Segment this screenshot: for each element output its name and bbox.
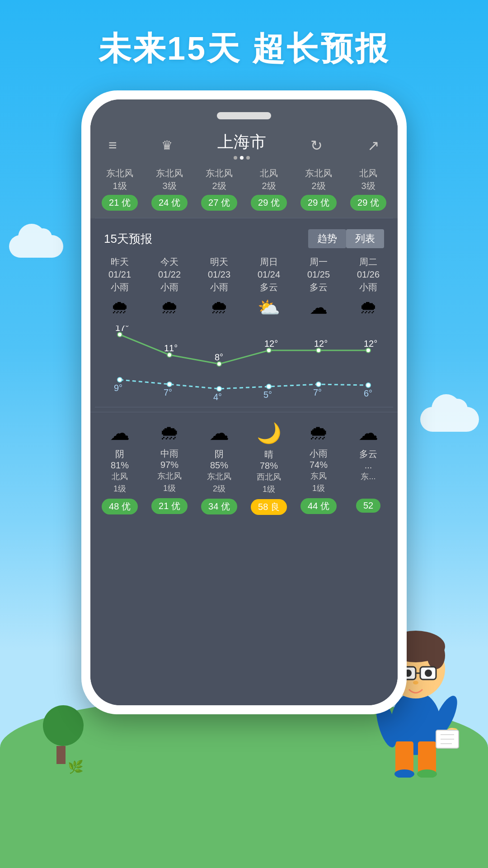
day-col-2: 今天01/22小雨 🌧 xyxy=(145,255,194,322)
forecast-tabs: 趋势 列表 xyxy=(308,229,384,248)
day-label-5: 周一01/25多云 xyxy=(294,255,343,293)
detail-type-5: 小雨 xyxy=(294,448,343,460)
detail-col-6: ☁ 多云 ... 东... 52 xyxy=(343,421,393,515)
temperature-chart: 17° 11° 8° 12° 12° 12° 9° 7° 4° 5° 7° 6° xyxy=(95,326,393,407)
tree-top xyxy=(43,705,84,746)
badge-1: 21 优 xyxy=(102,195,138,211)
wind-4: 北风2级 xyxy=(244,167,294,192)
detail-col-3: ☁ 阴 85% 东北风2级 34 优 xyxy=(194,421,244,515)
day-label-4: 周日01/24多云 xyxy=(244,255,294,293)
detail-type-6: 多云 xyxy=(343,448,393,460)
svg-point-31 xyxy=(267,384,271,389)
day-label-6: 周二01/26小雨 xyxy=(343,255,393,293)
detail-icon-6: ☁ xyxy=(343,421,393,444)
detail-badge-3: 34 优 xyxy=(201,499,237,514)
wind-5: 东北风2级 xyxy=(294,167,343,192)
tab-trend[interactable]: 趋势 xyxy=(308,229,346,248)
top-bar-center: 上海市 xyxy=(217,131,266,160)
svg-point-33 xyxy=(366,383,371,387)
svg-point-22 xyxy=(117,332,122,337)
svg-text:6°: 6° xyxy=(364,388,372,398)
detail-wind-6: 东... xyxy=(343,471,393,495)
badge-3: 27 优 xyxy=(201,195,237,211)
cloud-left xyxy=(9,235,63,258)
detail-humidity-5: 74% xyxy=(294,460,343,470)
share-icon[interactable]: ↗ xyxy=(367,137,380,154)
day-col-3: 明天01/23小雨 🌧 xyxy=(194,255,244,322)
svg-text:12°: 12° xyxy=(364,339,377,349)
air-col-1: 东北风1级 21 优 xyxy=(95,167,145,211)
forecast-section: 15天预报 趋势 列表 昨天01/21小雨 🌧 今天01/22小雨 🌧 xyxy=(90,218,398,705)
air-col-6: 北风3级 29 优 xyxy=(343,167,393,211)
separator-2 xyxy=(95,407,393,407)
detail-wind-1: 北风1级 xyxy=(95,471,145,495)
detail-icon-3: ☁ xyxy=(194,421,244,444)
svg-text:11°: 11° xyxy=(164,343,178,353)
svg-point-27 xyxy=(366,348,371,353)
dot-2 xyxy=(240,156,244,160)
detail-humidity-3: 85% xyxy=(194,460,244,471)
chart-svg: 17° 11° 8° 12° 12° 12° 9° 7° 4° 5° 7° 6° xyxy=(95,326,393,407)
menu-icon[interactable]: ≡ xyxy=(108,137,117,154)
detail-wind-2: 东北风1级 xyxy=(145,470,194,495)
forecast-title: 15天预报 xyxy=(104,231,152,247)
svg-text:7°: 7° xyxy=(313,387,322,397)
svg-text:8°: 8° xyxy=(215,352,223,362)
phone-frame: ≡ ♛ 上海市 ↻ ↗ 东北风1级 21 优 xyxy=(81,90,407,714)
detail-wind-5: 东风1级 xyxy=(294,470,343,495)
tree-trunk xyxy=(56,746,66,764)
day-col-1: 昨天01/21小雨 🌧 xyxy=(95,255,145,322)
weather-icon-2: 🌧 xyxy=(145,297,194,317)
badge-6: 29 优 xyxy=(350,195,386,211)
svg-point-9 xyxy=(413,681,418,684)
dot-3 xyxy=(246,156,250,160)
refresh-icon[interactable]: ↻ xyxy=(310,137,323,154)
day-col-6: 周二01/26小雨 🌧 xyxy=(343,255,393,322)
air-col-3: 东北风2级 27 优 xyxy=(194,167,244,211)
air-quality-row: 东北风1级 21 优 东北风3级 24 优 东北风2级 27 优 北风2级 29… xyxy=(90,167,398,218)
main-title: 未来15天 超长预报 xyxy=(0,27,488,71)
svg-text:17°: 17° xyxy=(115,326,129,333)
badge-5: 29 优 xyxy=(300,195,337,211)
air-col-5: 东北风2级 29 优 xyxy=(294,167,343,211)
detail-wind-4: 西北风1级 xyxy=(244,471,294,495)
wind-3: 东北风2级 xyxy=(194,167,244,192)
weather-icon-5: ☁ xyxy=(294,297,343,318)
city-name: 上海市 xyxy=(217,131,266,153)
svg-point-28 xyxy=(117,377,122,382)
phone-speaker xyxy=(217,112,271,119)
tab-list[interactable]: 列表 xyxy=(346,229,384,248)
detail-col-1: ☁ 阴 81% 北风1级 48 优 xyxy=(95,421,145,515)
svg-point-29 xyxy=(167,382,172,387)
forecast-header: 15天预报 趋势 列表 xyxy=(90,218,398,255)
detail-wind-3: 东北风2级 xyxy=(194,471,244,495)
detail-col-2: 🌧 中雨 97% 东北风1级 21 优 xyxy=(145,421,194,515)
wind-2: 东北风3级 xyxy=(145,167,194,192)
svg-point-3 xyxy=(427,642,445,669)
weather-icon-4: ⛅ xyxy=(244,297,294,318)
detail-type-2: 中雨 xyxy=(145,448,194,460)
app-content: ≡ ♛ 上海市 ↻ ↗ 东北风1级 21 优 xyxy=(90,99,398,705)
svg-rect-10 xyxy=(395,741,413,773)
day-label-2: 今天01/22小雨 xyxy=(145,255,194,293)
days-row: 昨天01/21小雨 🌧 今天01/22小雨 🌧 明天01/23小雨 🌧 周日01… xyxy=(90,255,398,322)
cloud-right xyxy=(420,407,479,432)
detail-humidity-6: ... xyxy=(343,460,393,471)
detail-col-5: 🌧 小雨 74% 东风1级 44 优 xyxy=(294,421,343,515)
detail-humidity-2: 97% xyxy=(145,460,194,470)
detail-type-1: 阴 xyxy=(95,448,145,460)
day-label-3: 明天01/23小雨 xyxy=(194,255,244,293)
crown-icon[interactable]: ♛ xyxy=(161,138,173,153)
top-bar: ≡ ♛ 上海市 ↻ ↗ xyxy=(90,99,398,167)
svg-text:12°: 12° xyxy=(314,339,328,349)
day-col-5: 周一01/25多云 ☁ xyxy=(294,255,343,322)
tree-decoration xyxy=(41,705,81,764)
wind-6: 北风3级 xyxy=(343,167,393,192)
detail-badge-4: 58 良 xyxy=(251,499,287,515)
svg-text:12°: 12° xyxy=(264,339,278,349)
badge-2: 24 优 xyxy=(151,195,188,211)
detail-type-4: 晴 xyxy=(244,448,294,461)
detail-type-3: 阴 xyxy=(194,448,244,460)
dot-1 xyxy=(234,156,237,160)
detail-row: ☁ 阴 81% 北风1级 48 优 🌧 中雨 97% 东北风1级 21 优 xyxy=(90,412,398,515)
